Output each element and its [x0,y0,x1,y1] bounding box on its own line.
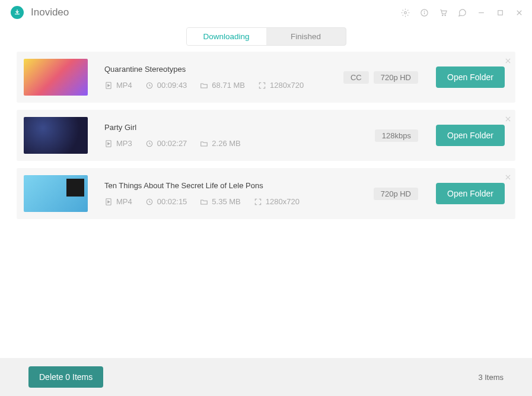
item-meta: MP4 00:02:15 5.35 MB 1280x720 [104,197,374,206]
svg-point-4 [442,15,442,15]
item-meta: MP3 00:02:27 2.26 MB [104,139,375,148]
chat-icon[interactable] [457,8,467,17]
footer: Delete 0 Items 3 Items [0,358,532,396]
cart-icon[interactable] [438,8,448,17]
svg-marker-23 [108,201,110,203]
item-details: Party Girl MP3 00:02:27 2.26 MB [88,123,375,148]
item-details: Quarantine Stereotypes MP4 00:09:43 68.7… [88,65,343,90]
app-name: Inovideo [31,7,69,18]
item-title: Ten Things About The Secret Life of Lele… [104,181,374,190]
resolution-value: 1280x720 [270,81,304,90]
duration-meta: 00:09:43 [145,81,187,90]
item-count: 3 Items [478,373,504,382]
svg-point-5 [445,15,445,15]
svg-point-3 [424,11,425,11]
svg-marker-18 [108,142,110,145]
badges: 720p HD [374,188,418,200]
download-list: Quarantine Stereotypes MP4 00:09:43 68.7… [0,52,532,358]
folder-icon [200,81,208,90]
thumbnail [24,117,88,154]
size-value: 5.35 MB [212,197,240,206]
format-value: MP3 [116,139,132,148]
tab-finished[interactable]: Finished [266,28,346,45]
size-meta: 5.35 MB [200,197,240,206]
badges: CC 720p HD [343,71,418,84]
duration-value: 00:02:27 [157,139,187,148]
item-details: Ten Things About The Secret Life of Lele… [88,181,374,206]
download-item: Ten Things About The Secret Life of Lele… [17,168,515,219]
svg-point-0 [404,11,406,14]
file-icon [104,140,113,148]
quality-badge: 128kbps [375,129,418,142]
settings-icon[interactable] [400,8,410,17]
badges: 128kbps [375,129,418,142]
tab-downloading[interactable]: Downloading [187,28,266,45]
open-folder-button[interactable]: Open Folder [436,66,505,88]
maximize-icon[interactable] [495,8,505,17]
resolution-value: 1280x720 [266,197,300,206]
info-icon[interactable] [419,8,429,17]
duration-meta: 00:02:27 [145,139,187,148]
svg-rect-7 [498,10,502,15]
format-meta: MP4 [104,81,132,90]
cc-badge: CC [343,71,369,84]
item-title: Party Girl [104,123,375,132]
app-logo [11,6,24,19]
folder-icon [200,198,208,206]
item-close-icon[interactable] [505,113,511,119]
file-icon [104,198,113,206]
format-meta: MP4 [104,197,132,206]
file-icon [104,81,113,90]
titlebar-brand: Inovideo [11,6,69,19]
size-value: 2.26 MB [212,139,240,148]
download-item: Party Girl MP3 00:02:27 2.26 MB 128kbps … [17,110,515,161]
item-close-icon[interactable] [505,55,511,61]
quality-badge: 720p HD [374,71,418,84]
download-item: Quarantine Stereotypes MP4 00:09:43 68.7… [17,52,515,103]
format-meta: MP3 [104,139,132,148]
resolution-meta: 1280x720 [254,197,300,206]
clock-icon [145,198,154,206]
clock-icon [145,81,154,90]
svg-marker-13 [108,84,110,87]
duration-value: 00:02:15 [157,197,187,206]
delete-button[interactable]: Delete 0 Items [28,366,103,388]
duration-value: 00:09:43 [157,81,187,90]
expand-icon [254,198,262,206]
item-title: Quarantine Stereotypes [104,65,343,74]
item-meta: MP4 00:09:43 68.71 MB 1280x720 [104,81,343,90]
format-value: MP4 [116,81,132,90]
duration-meta: 00:02:15 [145,197,187,206]
thumbnail [24,59,88,96]
format-value: MP4 [116,197,132,206]
clock-icon [145,140,154,148]
size-value: 68.71 MB [212,81,245,90]
titlebar-actions [400,8,524,17]
resolution-meta: 1280x720 [258,81,304,90]
expand-icon [258,81,266,90]
open-folder-button[interactable]: Open Folder [436,125,505,146]
tabs-container: Downloading Finished [0,24,532,52]
size-meta: 2.26 MB [200,139,240,148]
minimize-icon[interactable] [476,8,486,17]
tabs: Downloading Finished [186,27,346,46]
open-folder-button[interactable]: Open Folder [436,183,505,204]
item-close-icon[interactable] [505,172,511,177]
close-icon[interactable] [514,8,524,17]
titlebar: Inovideo [0,0,532,24]
folder-icon [200,140,208,148]
thumbnail [24,175,88,212]
size-meta: 68.71 MB [200,81,245,90]
quality-badge: 720p HD [374,188,418,200]
